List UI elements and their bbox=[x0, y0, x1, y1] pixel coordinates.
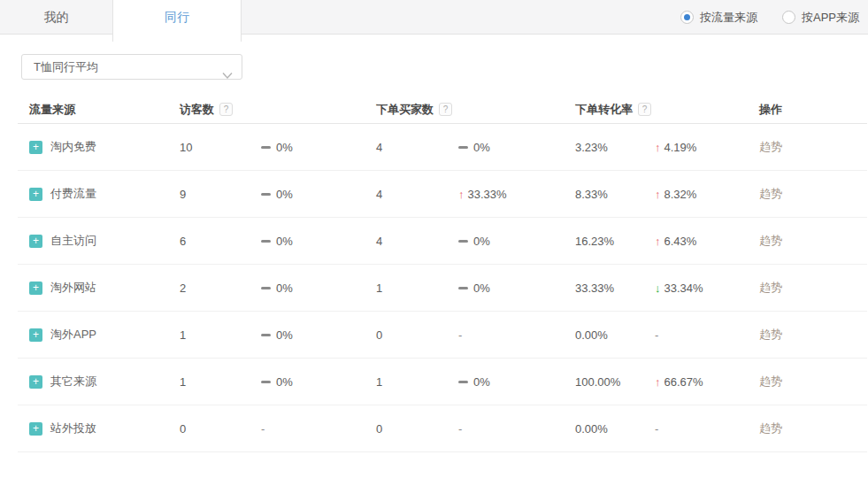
source-cell: + 付费流量 bbox=[18, 186, 180, 202]
col-header-action: 操作 bbox=[759, 102, 867, 118]
source-name: 淘外APP bbox=[50, 327, 96, 343]
tab-my[interactable]: 我的 bbox=[0, 0, 112, 35]
expand-plus-icon[interactable]: + bbox=[29, 235, 42, 248]
change-value: - bbox=[261, 422, 265, 436]
buyers-change: ↑↓0% bbox=[458, 235, 575, 248]
visitors-change: ↑↓0% bbox=[261, 141, 376, 154]
conversion-value: 0.00% bbox=[575, 328, 655, 342]
buyers-change: ↑↓33.33% bbox=[458, 188, 575, 201]
expand-plus-icon[interactable]: + bbox=[29, 375, 42, 389]
trend-link[interactable]: 趋势 bbox=[759, 374, 782, 388]
action-cell: 趋势 bbox=[759, 139, 867, 155]
buyers-value: 1 bbox=[376, 282, 458, 295]
source-cell: + 淘外APP bbox=[18, 327, 180, 343]
expand-plus-icon[interactable]: + bbox=[29, 422, 42, 436]
flat-dash-icon bbox=[458, 146, 468, 149]
source-name: 付费流量 bbox=[50, 186, 96, 202]
table-body: + 淘内免费 10 ↑↓0% 4 ↑↓0% 3.23% ↑↓4.19% 趋势 +… bbox=[18, 124, 867, 452]
visitors-change: ↑↓0% bbox=[261, 375, 376, 389]
expand-plus-icon[interactable]: + bbox=[29, 282, 42, 295]
buyers-value: 0 bbox=[376, 422, 458, 436]
trend-link[interactable]: 趋势 bbox=[759, 281, 782, 294]
conversion-change: ↑↓33.34% bbox=[655, 282, 759, 295]
source-name: 其它来源 bbox=[50, 374, 96, 390]
trend-link[interactable]: 趋势 bbox=[759, 234, 782, 247]
help-icon[interactable]: ? bbox=[219, 103, 233, 116]
up-arrow-icon: ↑ bbox=[655, 188, 661, 201]
change-value: 0% bbox=[473, 235, 490, 248]
buyers-change: ↑↓- bbox=[458, 422, 575, 436]
table-row: + 付费流量 9 ↑↓0% 4 ↑↓33.33% 8.33% ↑↓8.32% 趋… bbox=[18, 171, 867, 218]
up-arrow-icon: ↑ bbox=[655, 375, 661, 389]
flat-dash-icon bbox=[261, 287, 271, 289]
source-cell: + 自主访问 bbox=[18, 233, 180, 249]
trend-link[interactable]: 趋势 bbox=[759, 421, 782, 435]
table-row: + 站外投放 0 ↑↓- 0 ↑↓- 0.00% ↑↓- 趋势 bbox=[18, 405, 867, 452]
conversion-change: ↑↓- bbox=[655, 328, 759, 342]
radio-by-app-source[interactable]: 按APP来源 bbox=[782, 10, 859, 26]
col-header-source: 流量来源 bbox=[18, 102, 180, 118]
buyers-change: ↑↓0% bbox=[458, 141, 575, 154]
conversion-change: ↑↓66.67% bbox=[655, 375, 759, 389]
conversion-change: ↑↓4.19% bbox=[655, 141, 759, 154]
expand-plus-icon[interactable]: + bbox=[29, 328, 42, 342]
change-value: 8.32% bbox=[664, 188, 697, 201]
tab-peer-active[interactable]: 同行 bbox=[112, 0, 242, 42]
table-row: + 淘内免费 10 ↑↓0% 4 ↑↓0% 3.23% ↑↓4.19% 趋势 bbox=[18, 124, 867, 171]
buyers-value: 4 bbox=[376, 188, 458, 201]
action-cell: 趋势 bbox=[759, 327, 867, 343]
source-name: 淘内免费 bbox=[50, 139, 96, 155]
help-icon[interactable]: ? bbox=[638, 103, 651, 116]
change-value: 0% bbox=[276, 328, 293, 342]
analytics-page: 我的 同行 按流量来源 按APP来源 T恤同行平均 流量来源 访客数? bbox=[0, 0, 868, 486]
source-name: 自主访问 bbox=[50, 233, 96, 249]
trend-link[interactable]: 趋势 bbox=[759, 140, 782, 153]
buyers-value: 4 bbox=[376, 141, 458, 154]
source-cell: + 淘外网站 bbox=[18, 280, 180, 296]
action-cell: 趋势 bbox=[759, 186, 867, 202]
trend-link[interactable]: 趋势 bbox=[759, 187, 782, 200]
visitors-value: 1 bbox=[180, 375, 261, 389]
visitors-value: 1 bbox=[180, 328, 261, 342]
conversion-value: 0.00% bbox=[575, 422, 655, 436]
visitors-change: ↑↓0% bbox=[261, 282, 376, 295]
change-value: 0% bbox=[276, 141, 293, 154]
table-header: 流量来源 访客数? 下单买家数? 下单转化率? 操作 bbox=[18, 96, 867, 124]
change-value: 66.67% bbox=[664, 375, 703, 389]
conversion-value: 16.23% bbox=[575, 235, 655, 248]
table-row: + 其它来源 1 ↑↓0% 1 ↑↓0% 100.00% ↑↓66.67% 趋势 bbox=[18, 359, 867, 405]
radio-by-traffic-source[interactable]: 按流量来源 bbox=[680, 10, 757, 26]
col-header-visitors: 访客数? bbox=[180, 102, 261, 118]
chevron-down-icon bbox=[222, 64, 233, 88]
peer-average-dropdown[interactable]: T恤同行平均 bbox=[21, 54, 242, 80]
flat-dash-icon bbox=[261, 334, 271, 336]
expand-plus-icon[interactable]: + bbox=[29, 188, 42, 201]
action-cell: 趋势 bbox=[759, 233, 867, 249]
visitors-value: 10 bbox=[180, 141, 261, 154]
col-header-conversion: 下单转化率? bbox=[575, 102, 655, 118]
visitors-value: 6 bbox=[180, 235, 261, 248]
change-value: 33.33% bbox=[468, 188, 507, 201]
buyers-change: ↑↓- bbox=[458, 328, 575, 342]
expand-plus-icon[interactable]: + bbox=[29, 141, 42, 154]
visitors-value: 2 bbox=[180, 282, 261, 295]
dropdown-value: T恤同行平均 bbox=[34, 60, 98, 73]
source-name: 淘外网站 bbox=[50, 280, 96, 296]
visitors-change: ↑↓0% bbox=[261, 188, 376, 201]
change-value: 0% bbox=[473, 375, 490, 389]
change-value: - bbox=[458, 328, 462, 342]
trend-link[interactable]: 趋势 bbox=[759, 328, 782, 341]
traffic-source-table: 流量来源 访客数? 下单买家数? 下单转化率? 操作 + 淘内免费 10 bbox=[18, 96, 867, 452]
flat-dash-icon bbox=[458, 381, 468, 383]
conversion-value: 3.23% bbox=[575, 141, 655, 154]
help-icon[interactable]: ? bbox=[439, 103, 452, 116]
conversion-value: 8.33% bbox=[575, 188, 655, 201]
conversion-change: ↑↓6.43% bbox=[655, 235, 759, 248]
radio-by-app-label: 按APP来源 bbox=[802, 10, 859, 26]
conversion-change: ↑↓- bbox=[655, 422, 759, 436]
change-value: - bbox=[655, 328, 658, 342]
source-name: 站外投放 bbox=[50, 420, 96, 436]
visitors-value: 0 bbox=[180, 422, 261, 436]
down-arrow-icon: ↓ bbox=[655, 282, 661, 295]
flat-dash-icon bbox=[261, 381, 271, 383]
